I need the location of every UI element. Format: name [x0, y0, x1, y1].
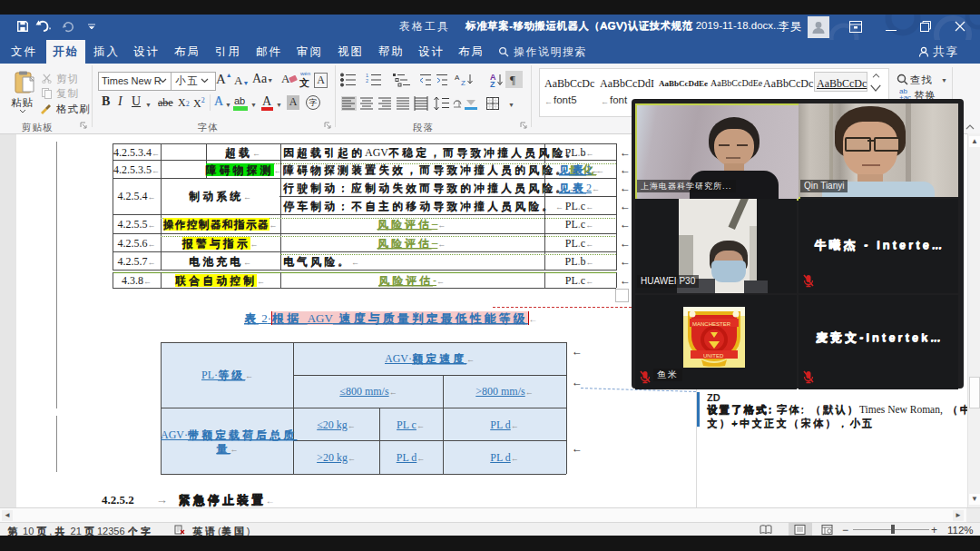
svg-text:Z: Z — [461, 79, 466, 87]
svg-text:A: A — [455, 74, 460, 82]
svg-text:UNITED: UNITED — [703, 353, 724, 359]
svg-text:MANCHESTER: MANCHESTER — [692, 321, 731, 327]
svg-text:2: 2 — [366, 78, 368, 84]
